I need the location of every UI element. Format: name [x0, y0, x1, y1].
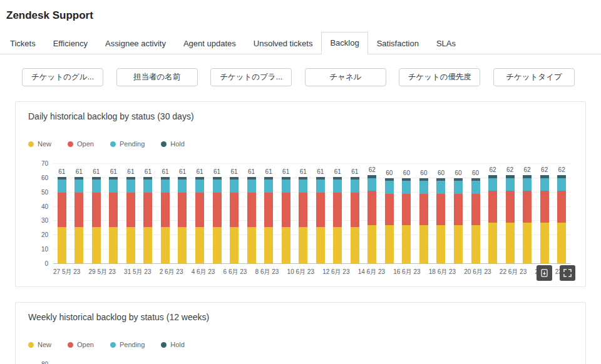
bar-segment-open[interactable] [195, 193, 204, 227]
bar-segment-new[interactable] [195, 227, 204, 264]
bar-segment-new[interactable] [402, 225, 411, 264]
bar-segment-pending[interactable] [264, 179, 273, 193]
bar-segment-new[interactable] [213, 227, 222, 264]
legend-item-hold[interactable]: Hold [161, 341, 185, 348]
bar-29-5-23[interactable]: 61 [88, 164, 105, 264]
bar-segment-open[interactable] [540, 191, 549, 222]
bar-segment-open[interactable] [143, 193, 152, 227]
legend-item-pending[interactable]: Pending [110, 140, 145, 148]
legend-item-open[interactable]: Open [68, 140, 94, 148]
bar-segment-open[interactable] [126, 193, 135, 227]
bar-segment-open[interactable] [523, 191, 532, 222]
bar-14-6-23[interactable]: 62 [364, 164, 381, 264]
bar-segment-pending[interactable] [557, 178, 566, 191]
bar-segment-pending[interactable] [282, 179, 290, 193]
bar-28-5-23[interactable]: 61 [71, 164, 88, 264]
bar-segment-open[interactable] [178, 193, 187, 227]
bar-segment-pending[interactable] [436, 181, 445, 194]
bar-segment-new[interactable] [557, 223, 566, 264]
bar-segment-new[interactable] [523, 223, 532, 264]
bar-10-6-23[interactable]: 61 [294, 164, 312, 264]
tab-agent-updates[interactable]: Agent updates [175, 33, 245, 54]
bar-segment-new[interactable] [74, 227, 83, 264]
bar-20-6-23[interactable]: 60 [467, 164, 485, 264]
bar-segment-new[interactable] [385, 225, 394, 264]
bar-segment-new[interactable] [92, 227, 101, 264]
bar-segment-open[interactable] [385, 194, 394, 225]
bar-segment-pending[interactable] [74, 179, 83, 193]
bar-segment-pending[interactable] [195, 179, 204, 193]
bar-segment-pending[interactable] [230, 179, 239, 193]
bar-3-6-23[interactable]: 61 [174, 164, 192, 264]
filter-dropdown-2[interactable]: 担当者の名前 [116, 68, 198, 86]
bar-7-6-23[interactable]: 61 [243, 164, 260, 264]
bar-12-6-23[interactable]: 61 [329, 164, 347, 264]
bar-segment-pending[interactable] [385, 181, 394, 194]
bar-21-6-23[interactable]: 62 [484, 164, 501, 264]
bar-segment-new[interactable] [471, 225, 480, 264]
bar-15-6-23[interactable]: 60 [381, 164, 398, 264]
tab-slas[interactable]: SLAs [428, 33, 465, 54]
bar-segment-pending[interactable] [402, 181, 411, 194]
bar-segment-pending[interactable] [471, 181, 480, 194]
bar-segment-open[interactable] [92, 193, 101, 227]
bar-segment-open[interactable] [419, 194, 428, 225]
legend-item-new[interactable]: New [28, 341, 51, 348]
bar-4-6-23[interactable]: 61 [191, 164, 208, 264]
bar-segment-open[interactable] [351, 193, 359, 227]
bar-segment-new[interactable] [488, 223, 497, 264]
bar-9-6-23[interactable]: 61 [277, 164, 295, 264]
bar-segment-new[interactable] [299, 227, 307, 264]
filter-dropdown-4[interactable]: チャネル [305, 68, 386, 86]
bar-segment-new[interactable] [454, 225, 463, 264]
bar-segment-open[interactable] [557, 191, 566, 222]
bar-segment-new[interactable] [247, 227, 256, 264]
bar-6-6-23[interactable]: 61 [225, 164, 243, 264]
bar-segment-new[interactable] [178, 227, 187, 264]
bar-segment-pending[interactable] [316, 179, 325, 193]
tab-backlog[interactable]: Backlog [321, 32, 367, 54]
legend-item-pending[interactable]: Pending [110, 341, 145, 348]
bar-segment-pending[interactable] [419, 181, 428, 194]
bar-30-5-23[interactable]: 61 [105, 164, 123, 264]
filter-dropdown-3[interactable]: チケットのブラ... [210, 68, 292, 86]
bar-segment-pending[interactable] [523, 178, 532, 191]
bar-17-6-23[interactable]: 60 [415, 164, 433, 264]
bar-segment-new[interactable] [230, 227, 239, 264]
bar-segment-pending[interactable] [143, 179, 152, 193]
bar-segment-new[interactable] [436, 225, 445, 264]
filter-dropdown-1[interactable]: チケットのグル... [22, 68, 103, 86]
bar-segment-pending[interactable] [299, 179, 307, 193]
bar-segment-pending[interactable] [178, 179, 187, 193]
bar-segment-open[interactable] [230, 193, 239, 227]
bar-22-6-23[interactable]: 62 [501, 164, 519, 264]
bar-segment-open[interactable] [333, 193, 342, 227]
bar-segment-open[interactable] [161, 193, 170, 227]
bar-segment-new[interactable] [282, 227, 290, 264]
bar-segment-new[interactable] [58, 227, 66, 264]
bar-segment-pending[interactable] [58, 179, 66, 193]
tab-efficiency[interactable]: Efficiency [44, 33, 96, 54]
bar-23-6-23[interactable]: 62 [518, 164, 536, 264]
bar-24-6-23[interactable]: 62 [536, 164, 553, 264]
bar-segment-open[interactable] [488, 191, 497, 222]
bar-13-6-23[interactable]: 61 [346, 164, 364, 264]
bar-segment-pending[interactable] [488, 178, 497, 191]
bar-segment-open[interactable] [367, 191, 376, 225]
bar-segment-open[interactable] [454, 194, 463, 225]
bar-segment-open[interactable] [436, 194, 445, 225]
bar-segment-pending[interactable] [126, 179, 135, 193]
bar-segment-pending[interactable] [454, 181, 463, 194]
bar-2-6-23[interactable]: 61 [157, 164, 174, 264]
bar-segment-new[interactable] [264, 227, 273, 264]
bar-segment-open[interactable] [316, 193, 325, 227]
bar-segment-open[interactable] [213, 193, 222, 227]
fullscreen-icon[interactable] [560, 265, 575, 281]
bar-11-6-23[interactable]: 61 [312, 164, 329, 264]
bar-25-6-23[interactable]: 62 [553, 164, 570, 264]
bar-segment-new[interactable] [367, 225, 376, 264]
bar-segment-pending[interactable] [506, 178, 515, 191]
tab-tickets[interactable]: Tickets [1, 33, 44, 54]
legend-item-open[interactable]: Open [68, 341, 94, 348]
bar-segment-new[interactable] [540, 223, 549, 264]
